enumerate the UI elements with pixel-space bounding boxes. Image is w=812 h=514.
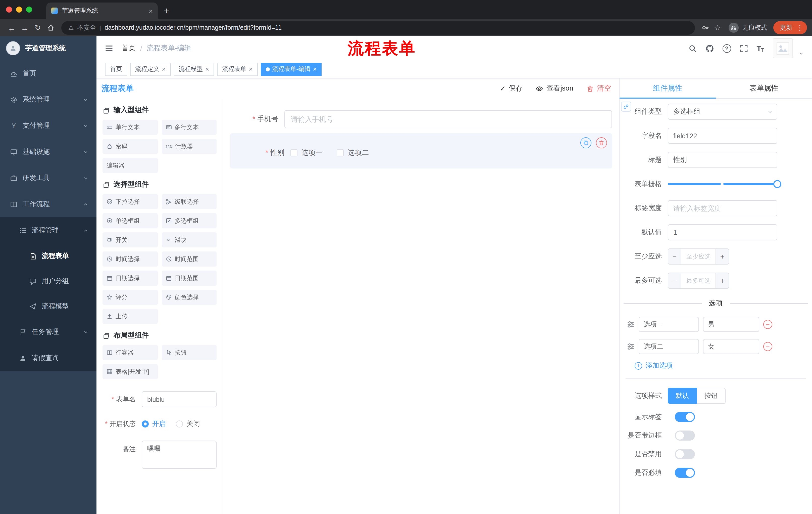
fullscreen-icon[interactable] — [740, 44, 748, 53]
save-button[interactable]: ✓ 保存 — [500, 84, 523, 93]
palette-item-select[interactable]: 下拉选择 — [103, 194, 157, 209]
tag-process-form[interactable]: 流程表单 × — [217, 63, 258, 76]
field-name-input[interactable] — [668, 128, 777, 144]
option-2-label-input[interactable] — [639, 339, 699, 354]
label-width-input[interactable] — [668, 200, 777, 216]
avatar-caret-icon[interactable] — [799, 51, 804, 56]
browser-tab[interactable]: 芋道管理系统 × — [46, 2, 158, 19]
form-canvas[interactable]: 手机号 性别 选项一 — [223, 99, 619, 514]
min-select-value[interactable]: 至少应选 — [682, 249, 716, 264]
drag-handle-icon[interactable] — [627, 343, 635, 351]
tag-close-icon[interactable]: × — [249, 66, 253, 73]
palette-item-checkbox-group[interactable]: 多选框组 — [162, 213, 216, 228]
palette-item-table[interactable]: 表格[开发中] — [103, 364, 157, 379]
checkbox-box[interactable] — [337, 150, 344, 156]
sidebar-item-system-mgmt[interactable]: 系统管理 — [0, 86, 96, 113]
form-name-input[interactable] — [142, 391, 216, 407]
breadcrumb-home[interactable]: 首页 — [122, 44, 136, 53]
password-key-icon[interactable] — [701, 24, 709, 32]
checkbox-box[interactable] — [290, 150, 297, 156]
copy-widget-button[interactable] — [580, 137, 591, 148]
minimize-window-button[interactable] — [16, 6, 22, 12]
help-icon[interactable]: ? — [722, 44, 731, 53]
min-select-stepper[interactable]: − 至少应选 + — [668, 248, 729, 265]
view-json-button[interactable]: 查看json — [536, 84, 573, 93]
title-input[interactable] — [668, 152, 777, 168]
new-tab-button[interactable]: + — [164, 6, 169, 16]
component-type-value[interactable] — [668, 104, 777, 120]
required-switch[interactable] — [675, 468, 695, 478]
update-browser-button[interactable]: 更新 ⋮ — [773, 21, 807, 34]
sidebar-item-leave-query[interactable]: 请假查询 — [0, 345, 96, 371]
palette-item-row-container[interactable]: 行容器 — [103, 345, 157, 360]
close-window-button[interactable] — [6, 6, 12, 12]
palette-item-upload[interactable]: 上传 — [103, 309, 157, 324]
palette-item-date-picker[interactable]: 日期选择 — [103, 271, 157, 286]
palette-item-rate[interactable]: 评分 — [103, 290, 157, 305]
option-1-label-input[interactable] — [639, 317, 699, 332]
status-off-radio[interactable]: 关闭 — [176, 420, 200, 429]
drag-handle-icon[interactable] — [627, 320, 635, 328]
selected-widget-gender[interactable]: 性别 选项一 选项二 — [230, 133, 612, 168]
sidebar-item-infrastructure[interactable]: 基础设施 — [0, 139, 96, 165]
clear-button[interactable]: 清空 — [586, 84, 611, 93]
tag-close-icon[interactable]: × — [162, 66, 166, 73]
github-icon[interactable] — [705, 44, 714, 53]
sidebar-item-process-form[interactable]: 流程表单 — [0, 243, 96, 269]
sidebar-item-process-model[interactable]: 流程模型 — [0, 294, 96, 319]
option-2-value-input[interactable] — [703, 339, 759, 354]
palette-item-switch[interactable]: 开关 — [103, 232, 157, 247]
sidebar-item-task-mgmt[interactable]: 任务管理 — [0, 319, 96, 345]
bookmark-star-icon[interactable]: ☆ — [714, 23, 721, 32]
phone-input[interactable] — [284, 110, 612, 128]
palette-item-cascader[interactable]: 级联选择 — [162, 194, 216, 209]
increase-button[interactable]: + — [716, 249, 729, 264]
sidebar-item-workflow[interactable]: 工作流程 — [0, 191, 96, 217]
palette-item-single-line-text[interactable]: 单行文本 — [103, 120, 157, 135]
component-type-select[interactable] — [668, 104, 777, 120]
palette-item-color-picker[interactable]: 颜色选择 — [162, 290, 216, 305]
tab-form-props[interactable]: 表单属性 — [716, 78, 812, 98]
option-1-value-input[interactable] — [703, 317, 759, 332]
tag-home[interactable]: 首页 — [105, 63, 127, 76]
sidebar-item-process-mgmt[interactable]: 流程管理 — [0, 217, 96, 243]
font-size-icon[interactable]: TT — [756, 44, 764, 53]
delete-widget-button[interactable] — [596, 137, 607, 148]
max-select-stepper[interactable]: − 最多可选 + — [668, 273, 729, 289]
logo[interactable]: 芋道管理系统 — [0, 36, 96, 60]
palette-item-button[interactable]: 按钮 — [162, 345, 216, 360]
decrease-button[interactable]: − — [668, 249, 682, 264]
tag-process-form-edit[interactable]: 流程表单-编辑 × — [261, 63, 322, 76]
palette-item-time-range[interactable]: 时间范围 — [162, 251, 216, 267]
browser-home-button[interactable] — [44, 21, 57, 34]
max-select-value[interactable]: 最多可选 — [682, 273, 716, 288]
phone-field[interactable]: 手机号 — [230, 110, 612, 128]
sidebar-item-payment-mgmt[interactable]: ¥ 支付管理 — [0, 113, 96, 139]
with-border-switch[interactable] — [675, 431, 695, 440]
palette-item-radio-group[interactable]: 单选框组 — [103, 213, 157, 228]
sidebar-item-dev-tools[interactable]: 研发工具 — [0, 165, 96, 191]
palette-item-slider[interactable]: 滑块 — [162, 232, 216, 247]
gender-option-2-checkbox[interactable]: 选项二 — [337, 148, 369, 157]
gender-option-1-checkbox[interactable]: 选项一 — [290, 148, 323, 157]
palette-item-date-range[interactable]: 日期范围 — [162, 271, 216, 286]
remove-option-button[interactable]: − — [763, 342, 772, 351]
tag-process-model[interactable]: 流程模型 × — [174, 63, 214, 76]
palette-item-time-picker[interactable]: 时间选择 — [103, 251, 157, 267]
palette-item-multi-line-text[interactable]: 多行文本 — [162, 120, 216, 135]
user-avatar[interactable] — [773, 38, 793, 58]
decrease-button[interactable]: − — [668, 273, 682, 288]
form-grid-slider[interactable] — [668, 176, 777, 192]
disabled-switch[interactable] — [675, 449, 695, 459]
zoom-window-button[interactable] — [26, 6, 32, 12]
slider-track[interactable] — [668, 183, 777, 185]
browser-menu-icon[interactable]: ⋮ — [796, 24, 804, 31]
sidebar-item-home[interactable]: 首页 — [0, 60, 96, 86]
palette-item-password[interactable]: 密码 — [103, 139, 157, 154]
reload-button[interactable]: ↻ — [31, 21, 44, 34]
default-value-input[interactable] — [668, 224, 777, 240]
sidebar-collapse-icon[interactable] — [105, 44, 114, 53]
back-button[interactable]: ← — [5, 21, 18, 34]
sidebar-item-user-group[interactable]: 用户分组 — [0, 269, 96, 294]
status-on-radio[interactable]: 开启 — [142, 420, 166, 429]
